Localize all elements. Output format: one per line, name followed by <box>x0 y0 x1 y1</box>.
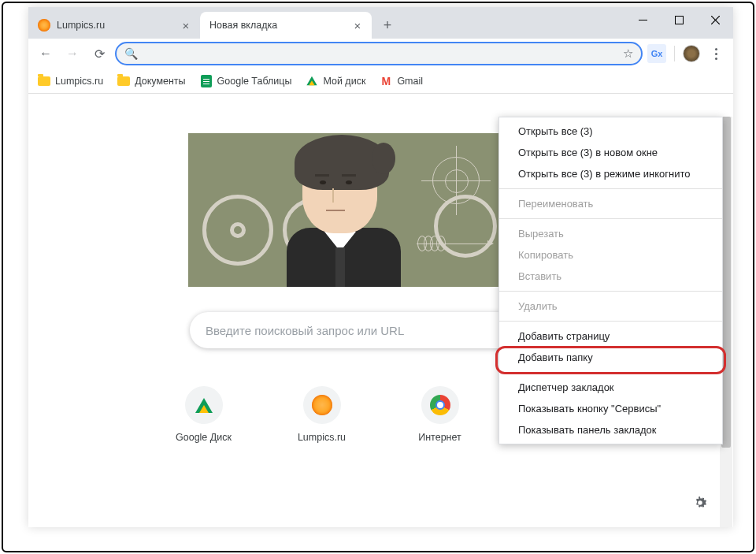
tab-new-tab[interactable]: Новая вкладка × <box>200 12 372 39</box>
ctx-paste: Вставить <box>499 266 722 287</box>
maximize-button[interactable] <box>661 7 697 32</box>
orange-icon <box>303 386 341 424</box>
ctx-rename: Переименовать <box>499 193 722 214</box>
ctx-open-all-incognito[interactable]: Открыть все (3) в режиме инкогнито <box>499 163 722 184</box>
shortcut-label: Интернет <box>397 432 484 443</box>
bookmark-gmail[interactable]: M Gmail <box>380 75 423 87</box>
separator <box>499 321 722 322</box>
bookmark-label: Google Таблицы <box>217 76 292 87</box>
drive-icon <box>306 75 318 87</box>
toolbar: ← → ⟳ 🔍 ☆ Gx <box>28 39 733 69</box>
separator <box>499 218 722 219</box>
separator <box>499 291 722 292</box>
titlebar: Lumpics.ru × Новая вкладка × + <box>28 7 733 39</box>
drive-icon <box>185 386 223 424</box>
settings-gear-icon[interactable] <box>691 494 709 511</box>
close-icon[interactable]: × <box>351 19 364 32</box>
close-icon[interactable]: × <box>180 19 192 32</box>
tab-title: Lumpics.ru <box>57 20 180 31</box>
gmail-icon: M <box>380 75 392 87</box>
bookmark-sheets[interactable]: Google Таблицы <box>200 75 292 87</box>
reload-button[interactable]: ⟳ <box>88 43 110 65</box>
menu-button[interactable] <box>705 48 727 60</box>
tab-lumpics[interactable]: Lumpics.ru × <box>28 12 200 39</box>
search-icon: 🔍 <box>124 47 138 60</box>
separator <box>499 188 722 189</box>
folder-icon <box>117 75 130 87</box>
bookmark-lumpics[interactable]: Lumpics.ru <box>38 75 103 87</box>
separator <box>674 46 675 61</box>
translate-icon[interactable]: Gx <box>647 44 666 63</box>
ctx-copy: Копировать <box>499 244 722 266</box>
back-button[interactable]: ← <box>35 43 57 65</box>
ctx-cut: Вырезать <box>499 223 722 244</box>
forward-button[interactable]: → <box>61 43 83 65</box>
bookmark-label: Документы <box>135 76 185 87</box>
ctx-open-all[interactable]: Открыть все (3) <box>499 121 722 142</box>
ctx-show-apps-button[interactable]: Показывать кнопку "Сервисы" <box>499 398 722 419</box>
ctx-add-page[interactable]: Добавить страницу <box>499 325 722 347</box>
bookmark-label: Gmail <box>397 76 423 87</box>
svg-rect-0 <box>639 20 647 20</box>
close-button[interactable] <box>697 7 733 32</box>
shortcut-lumpics[interactable]: Lumpics.ru <box>283 386 361 443</box>
star-icon[interactable]: ☆ <box>623 46 633 61</box>
tab-title: Новая вкладка <box>209 20 351 31</box>
sheets-icon <box>200 75 213 87</box>
shortcut-label: Google Диск <box>161 432 247 443</box>
new-tab-button[interactable]: + <box>376 14 398 36</box>
separator <box>499 372 722 373</box>
ctx-bookmark-manager[interactable]: Диспетчер закладок <box>499 377 722 398</box>
context-menu: Открыть все (3) Открыть все (3) в новом … <box>498 117 723 444</box>
ctx-delete: Удалить <box>499 296 722 317</box>
bookmark-label: Lumpics.ru <box>55 76 103 87</box>
chrome-icon <box>421 386 459 424</box>
search-placeholder: Введите поисковый запрос или URL <box>206 324 404 337</box>
bookmark-label: Мой диск <box>323 76 365 87</box>
bookmark-documents[interactable]: Документы <box>117 75 185 87</box>
svg-rect-1 <box>675 16 683 24</box>
ctx-add-folder[interactable]: Добавить папку <box>499 347 722 368</box>
favicon-icon <box>38 19 50 32</box>
ctx-show-bookmarks-bar[interactable]: Показывать панель закладок <box>499 419 722 441</box>
bookmarks-bar: Lumpics.ru Документы Google Таблицы Мой … <box>28 69 733 94</box>
bookmark-drive[interactable]: Мой диск <box>306 75 365 87</box>
avatar[interactable] <box>683 45 700 62</box>
address-bar[interactable]: 🔍 ☆ <box>115 42 643 65</box>
shortcut-label: Lumpics.ru <box>279 432 365 443</box>
shortcut-drive[interactable]: Google Диск <box>165 386 243 443</box>
folder-icon <box>38 75 50 87</box>
shortcut-internet[interactable]: Интернет <box>401 386 480 443</box>
minimize-button[interactable] <box>624 7 661 32</box>
ctx-open-all-new-window[interactable]: Открыть все (3) в новом окне <box>499 142 722 163</box>
